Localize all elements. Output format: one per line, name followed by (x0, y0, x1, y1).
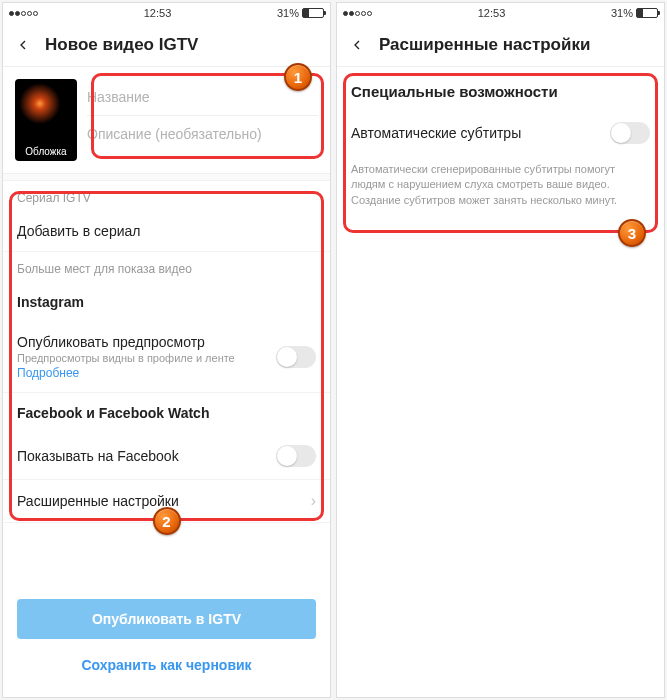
screen-advanced-settings: 12:53 31% Расширенные настройки Специаль… (336, 2, 665, 698)
bottom-actions: Опубликовать в IGTV Сохранить как чернов… (3, 587, 330, 697)
add-to-series-row[interactable]: Добавить в сериал (3, 211, 330, 252)
back-icon[interactable] (347, 35, 367, 55)
status-bar: 12:53 31% (3, 3, 330, 23)
save-draft-button[interactable]: Сохранить как черновик (17, 645, 316, 685)
screen-new-igtv: 12:53 31% Новое видео IGTV Обложка Назва… (2, 2, 331, 698)
title-input[interactable]: Название (87, 79, 318, 116)
header: Новое видео IGTV (3, 23, 330, 67)
signal-icon (9, 11, 38, 16)
accessibility-section: Специальные возможности (337, 67, 664, 110)
signal-icon (343, 11, 372, 16)
chevron-right-icon: › (311, 492, 316, 510)
back-icon[interactable] (13, 35, 33, 55)
page-title: Новое видео IGTV (45, 35, 198, 55)
auto-captions-helper: Автоматически сгенерированные субтитры п… (337, 156, 664, 214)
preview-toggle[interactable] (276, 346, 316, 368)
auto-captions-row[interactable]: Автоматические субтитры (337, 110, 664, 156)
status-bar: 12:53 31% (337, 3, 664, 23)
battery-icon: 31% (277, 7, 324, 19)
instagram-row: Instagram (3, 282, 330, 322)
content: Специальные возможности Автоматические с… (337, 67, 664, 697)
facebook-row: Facebook и Facebook Watch (3, 393, 330, 433)
status-time: 12:53 (478, 7, 506, 19)
description-input[interactable]: Описание (необязательно) (87, 116, 318, 152)
cover-label: Обложка (15, 146, 77, 157)
cover-thumbnail[interactable]: Обложка (15, 79, 77, 161)
header: Расширенные настройки (337, 23, 664, 67)
show-on-facebook-row[interactable]: Показывать на Facebook (3, 433, 330, 480)
badge-3: 3 (618, 219, 646, 247)
preview-more-link[interactable]: Подробнее (17, 366, 235, 380)
badge-2: 2 (153, 507, 181, 535)
series-section-label: Сериал IGTV (3, 181, 330, 211)
publish-button[interactable]: Опубликовать в IGTV (17, 599, 316, 639)
battery-icon: 31% (611, 7, 658, 19)
publish-preview-row[interactable]: Опубликовать предпросмотр Предпросмотры … (3, 322, 330, 393)
badge-1: 1 (284, 63, 312, 91)
status-time: 12:53 (144, 7, 172, 19)
more-places-label: Больше мест для показа видео (3, 252, 330, 282)
facebook-toggle[interactable] (276, 445, 316, 467)
page-title: Расширенные настройки (379, 35, 590, 55)
auto-captions-toggle[interactable] (610, 122, 650, 144)
